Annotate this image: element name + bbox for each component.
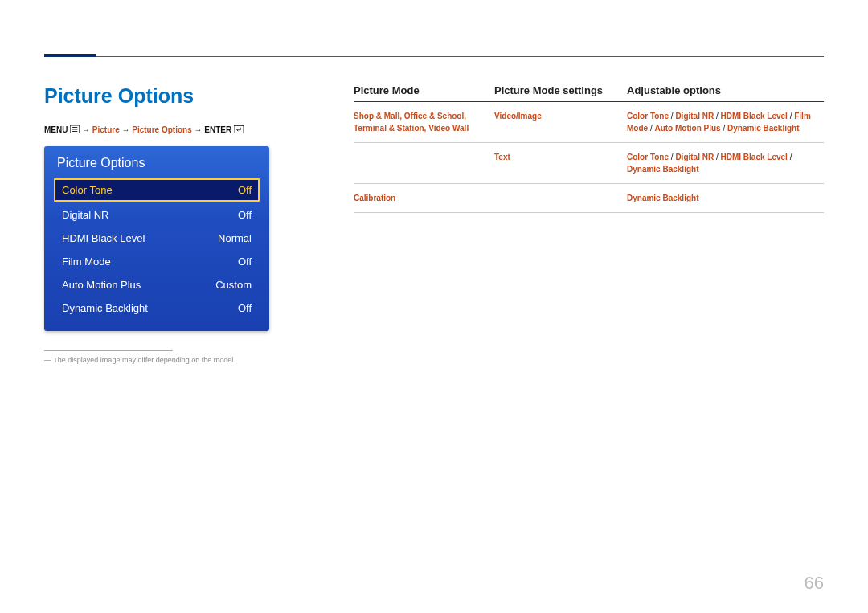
option-name: Digital NR (675, 112, 714, 121)
breadcrumb-arrow-3: → (194, 125, 203, 134)
table-row: CalibrationDynamic Backlight (354, 184, 824, 213)
left-column: Picture Options MENU → Picture → Picture… (44, 84, 317, 364)
option-name: Dynamic Backlight (727, 124, 799, 133)
menu-icon (70, 125, 80, 135)
footnote-rule (44, 350, 173, 351)
table-cell-mode: Shop & Mall, Office & School, Terminal &… (354, 110, 494, 134)
option-name: Dynamic Backlight (627, 165, 698, 174)
osd-row-label: Color Tone (62, 184, 113, 196)
osd-row[interactable]: Dynamic BacklightOff (54, 296, 260, 320)
osd-row-value: Off (238, 302, 252, 314)
option-name: HDMI Black Level (721, 153, 788, 161)
osd-row-value: Normal (218, 232, 252, 244)
table-cell-settings: Video/Image (494, 110, 627, 134)
table-cell-adjustable: Color Tone / Digital NR / HDMI Black Lev… (627, 110, 824, 134)
option-name: Dynamic Backlight (627, 194, 698, 202)
osd-row-label: Film Mode (62, 255, 111, 268)
option-name: Color Tone (627, 153, 669, 161)
table-row: Shop & Mall, Office & School, Terminal &… (354, 102, 824, 143)
osd-row[interactable]: Color ToneOff (54, 178, 260, 202)
breadcrumb-arrow-1: → (82, 125, 90, 134)
osd-row-value: Off (238, 209, 252, 221)
top-rule-accent (44, 54, 96, 57)
osd-row-label: Digital NR (62, 209, 109, 221)
osd-row[interactable]: Film ModeOff (54, 250, 260, 273)
table-cell-adjustable: Dynamic Backlight (627, 192, 824, 204)
separator: / (788, 153, 792, 161)
osd-panel: Picture Options Color ToneOffDigital NRO… (44, 146, 269, 331)
osd-row-value: Off (238, 184, 252, 196)
osd-row-label: Auto Motion Plus (62, 279, 141, 291)
separator: / (788, 112, 794, 121)
section-title: Picture Options (44, 84, 317, 108)
top-horizontal-rule (44, 56, 824, 57)
table-cell-settings (494, 192, 627, 204)
osd-row-label: HDMI Black Level (62, 232, 145, 244)
breadcrumb-enter-label: ENTER (204, 125, 231, 134)
breadcrumb-picture-options: Picture Options (132, 125, 191, 134)
table-header-picture-mode: Picture Mode (354, 84, 494, 96)
svg-rect-4 (234, 126, 244, 133)
footnote-text: ― The displayed image may differ dependi… (44, 356, 317, 364)
table-cell-mode (354, 151, 494, 175)
breadcrumb-menu-label: MENU (44, 125, 68, 134)
table-header-settings: Picture Mode settings (494, 84, 627, 96)
osd-panel-title: Picture Options (54, 154, 260, 172)
osd-row-value: Off (238, 255, 252, 268)
breadcrumb-picture: Picture (92, 125, 120, 134)
osd-row-value: Custom (215, 279, 252, 291)
osd-row[interactable]: Auto Motion PlusCustom (54, 273, 260, 296)
osd-row[interactable]: Digital NROff (54, 203, 260, 227)
table-header-row: Picture Mode Picture Mode settings Adjus… (354, 84, 824, 102)
table-cell-adjustable: Color Tone / Digital NR / HDMI Black Lev… (627, 151, 824, 175)
right-column: Picture Mode Picture Mode settings Adjus… (354, 84, 824, 364)
options-table: Picture Mode Picture Mode settings Adjus… (354, 84, 824, 213)
option-name: HDMI Black Level (721, 112, 788, 121)
separator: / (721, 124, 727, 133)
osd-row-label: Dynamic Backlight (62, 302, 148, 314)
enter-icon (234, 125, 244, 135)
page-content: Picture Options MENU → Picture → Picture… (44, 52, 824, 364)
table-cell-mode: Calibration (354, 192, 494, 204)
option-name: Color Tone (627, 112, 669, 121)
table-header-adjustable: Adjustable options (627, 84, 824, 96)
option-name: Auto Motion Plus (654, 124, 720, 133)
table-cell-settings: Text (494, 151, 627, 175)
page-number: 66 (805, 573, 824, 594)
breadcrumb: MENU → Picture → Picture Options → ENTER (44, 125, 317, 135)
table-row: TextColor Tone / Digital NR / HDMI Black… (354, 143, 824, 184)
separator: / (714, 153, 720, 161)
separator: / (714, 112, 720, 121)
breadcrumb-arrow-2: → (121, 125, 129, 134)
osd-row[interactable]: HDMI Black LevelNormal (54, 227, 260, 250)
option-name: Digital NR (675, 153, 714, 161)
